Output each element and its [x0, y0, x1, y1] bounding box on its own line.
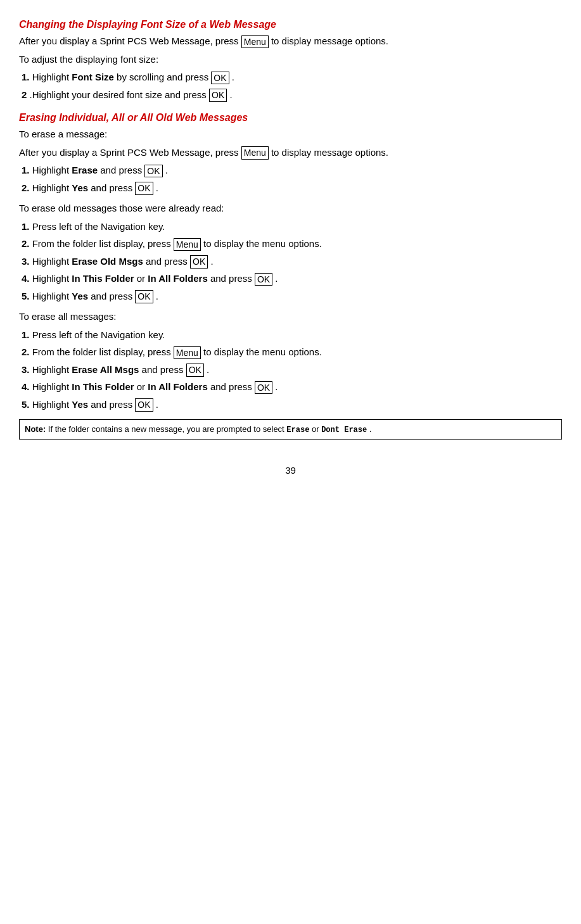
section2-intro2: After you display a Sprint PCS Web Messa…	[19, 146, 562, 160]
erase-all-msgs-bold: Erase All Msgs	[72, 364, 139, 375]
ok-box-4: OK	[135, 182, 153, 194]
erase-bold: Erase	[72, 165, 98, 175]
s2-step2-num: 2.	[22, 182, 30, 193]
in-this-folder-bold-2: In This Folder	[72, 381, 134, 392]
old-step3: 3. Highlight Erase Old Msgs and press OK…	[19, 255, 562, 269]
old-step1-num: 1.	[22, 221, 30, 232]
section1-intro1: After you display a Sprint PCS Web Messa…	[19, 34, 562, 49]
yes-bold-1: Yes	[72, 182, 88, 193]
ok-box-3: OK	[144, 165, 162, 177]
old-step2-num: 2.	[22, 238, 30, 249]
font-size-bold: Font Size	[72, 72, 114, 82]
old-step4: 4. Highlight In This Folder or In All Fo…	[19, 272, 562, 286]
ok-box-2: OK	[209, 89, 227, 101]
ok-box-10: OK	[135, 398, 153, 411]
ok-box-8: OK	[186, 364, 204, 376]
old-step5: 5. Highlight Yes and press OK .	[19, 289, 562, 304]
all-step3-num: 3.	[22, 364, 30, 375]
note-box: Note: If the folder contains a new messa…	[19, 419, 562, 440]
ok-box-9: OK	[255, 381, 272, 394]
menu-button-4: Menu	[174, 346, 201, 359]
page-number: 39	[19, 465, 562, 476]
yes-bold-2: Yes	[72, 291, 88, 301]
step2-num: 2	[22, 89, 27, 100]
old-step2: 2. From the folder list display, press M…	[19, 237, 562, 251]
section2-step2: 2. Highlight Yes and press OK .	[19, 181, 562, 196]
note-or: or	[312, 424, 319, 434]
note-text: If the folder contains a new message, yo…	[48, 424, 284, 434]
ok-box-1: OK	[211, 72, 229, 84]
yes-bold-3: Yes	[72, 399, 88, 410]
erase-mono: Erase	[286, 426, 309, 434]
section1-step1: 1. Highlight Font Size by scrolling and …	[19, 70, 562, 85]
all-step5: 5. Highlight Yes and press OK .	[19, 398, 562, 412]
menu-button-1: Menu	[241, 35, 269, 48]
ok-box-6: OK	[255, 273, 272, 286]
all-step5-num: 5.	[22, 399, 30, 410]
all-step1-num: 1.	[22, 329, 30, 340]
in-this-folder-bold-1: In This Folder	[72, 273, 134, 284]
menu-button-2: Menu	[241, 146, 269, 159]
old-step5-num: 5.	[22, 291, 30, 301]
all-step4: 4. Highlight In This Folder or In All Fo…	[19, 380, 562, 395]
in-all-folders-bold-1: In All Folders	[148, 273, 207, 284]
erase-old-msgs-bold: Erase Old Msgs	[72, 256, 143, 267]
menu-button-3: Menu	[174, 238, 201, 251]
all-step1: 1. Press left of the Navigation key.	[19, 328, 562, 343]
ok-box-7: OK	[135, 290, 153, 303]
section1-title: Changing the Displaying Font Size of a W…	[19, 19, 562, 30]
section1-intro2: To adjust the displaying font size:	[19, 53, 562, 67]
note-end: .	[369, 424, 372, 434]
ok-box-5: OK	[190, 255, 208, 268]
all-step2: 2. From the folder list display, press M…	[19, 345, 562, 360]
old-step1: 1. Press left of the Navigation key.	[19, 220, 562, 234]
section2-intro1: To erase a message:	[19, 127, 562, 142]
note-label: Note:	[25, 424, 46, 434]
all-step4-num: 4.	[22, 381, 30, 392]
dont-erase-mono: Dont Erase	[321, 426, 367, 434]
all-step3: 3. Highlight Erase All Msgs and press OK…	[19, 363, 562, 377]
all-step2-num: 2.	[22, 346, 30, 357]
s2-step1-num: 1.	[22, 165, 30, 175]
old-erase-intro: To erase old messages those were already…	[19, 201, 562, 216]
in-all-folders-bold-2: In All Folders	[148, 381, 207, 392]
section2-title: Erasing Individual, All or All Old Web M…	[19, 112, 562, 123]
all-erase-intro: To erase all messages:	[19, 310, 562, 324]
old-step4-num: 4.	[22, 273, 30, 284]
old-step3-num: 3.	[22, 256, 30, 267]
section1-step2: 2 .Highlight your desired font size and …	[19, 88, 562, 103]
step1-num: 1.	[22, 72, 30, 82]
section2-step1: 1. Highlight Erase and press OK .	[19, 163, 562, 178]
